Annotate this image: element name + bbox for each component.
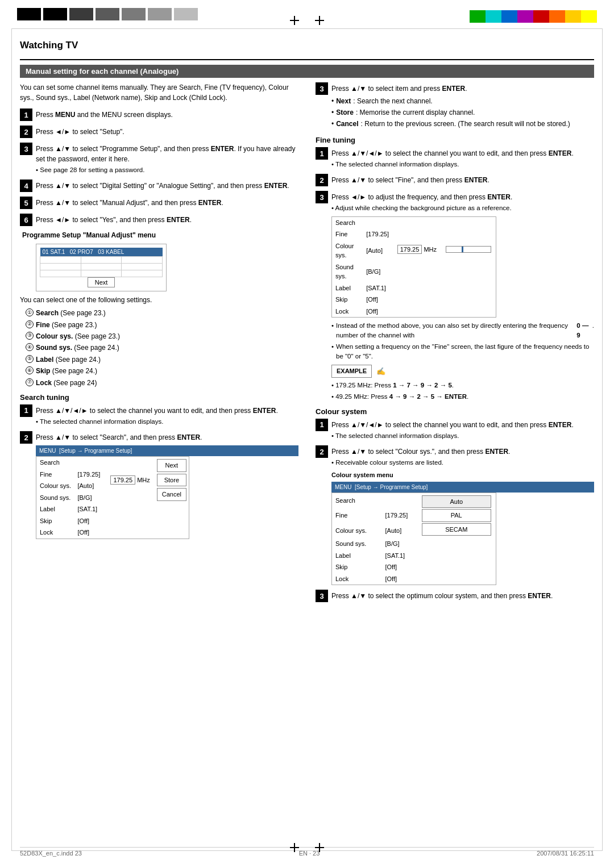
prog-menu-label: Programme Setup "Manual Adjust" menu [22, 231, 298, 239]
search-step-2-content: Press ▲/▼ to select "Search", and then p… [36, 431, 298, 539]
bullet-cancel: Cancel: Return to the previous screen. (… [331, 119, 594, 129]
colour-step-2-number: 2 [316, 445, 328, 458]
fine-notes: Instead of the method above, you can als… [331, 321, 594, 361]
step-4: 4 Press ▲/▼ to select "Digital Setting" … [20, 180, 298, 192]
settings-list: ① Search (See page 23.) ② Fine (See page… [26, 307, 298, 389]
search-menu-container: MENU [Setup → Programme Setup] Search 17… [36, 445, 298, 539]
right-step-3-content: Press ▲/▼ to select item and press ENTER… [331, 82, 594, 131]
example-label: EXAMPLE [331, 365, 372, 378]
two-col-layout: You can set some channel items manually.… [20, 82, 594, 842]
search-step-1-content: Press ▲/▼/◄/► to select the channel you … [36, 404, 298, 427]
crosshair-top [290, 16, 299, 25]
footer-left: 52D83X_en_c.indd 23 [20, 850, 82, 857]
search-step-2-number: 2 [20, 431, 32, 444]
step-2: 2 Press ◄/► to select "Setup". [20, 126, 298, 138]
bullet-next: Next: Search the next channel. [331, 96, 594, 106]
colour-step-1-sub: • The selected channel information displ… [331, 431, 594, 441]
step-5-content: Press ▲/▼ to select "Manual Adjust", and… [36, 197, 298, 208]
colour-menu-header: MENU [Setup → Programme Setup] [331, 482, 594, 493]
search-step-1: 1 Press ▲/▼/◄/► to select the channel yo… [20, 404, 298, 427]
colour-step-1-content: Press ▲/▼/◄/► to select the channel you … [331, 419, 594, 441]
right-step-3: 3 Press ▲/▼ to select item and press ENT… [316, 82, 594, 131]
colour-menu-container: Colour system menu MENU [Setup → Program… [331, 470, 594, 585]
colour-step-2-sub: • Receivable colour systems are listed. [331, 458, 594, 468]
colour-step-3-number: 3 [316, 590, 328, 602]
fine-step-1-sub: • The selected channel information displ… [331, 160, 594, 169]
example-container: EXAMPLE ✍ [331, 365, 594, 378]
prog-menu-screenshot: 01 SAT.1 02 PRO7 03 KABEL Next [36, 244, 167, 291]
you-can-select-text: You can select one of the following sett… [20, 296, 298, 304]
crosshair-bottom-right [315, 843, 324, 852]
search-tuning-heading: Search tuning [20, 393, 298, 402]
list-item-2: ② Fine (See page 23.) [26, 319, 298, 331]
fine-step-2-content: Press ▲/▼ to select "Fine", and then pre… [331, 174, 594, 185]
search-step-1-number: 1 [20, 404, 32, 417]
main-content: Watching TV Manual setting for each chan… [20, 34, 594, 842]
fine-menu-container: Search 179.25 MHz [331, 216, 594, 318]
step-5: 5 Press ▲/▼ to select "Manual Adjust", a… [20, 197, 298, 209]
top-black-bar [17, 8, 198, 20]
step-1-content: Press MENU and the MENU screen displays. [36, 108, 298, 120]
left-column: You can set some channel items manually.… [20, 82, 298, 842]
fine-note-1: Instead of the method above, you can als… [331, 321, 594, 341]
fine-step-2: 2 Press ▲/▼ to select "Fine", and then p… [316, 174, 594, 186]
right-column: 3 Press ▲/▼ to select item and press ENT… [316, 82, 594, 842]
list-item-7: ⑦ Lock (See page 24) [26, 377, 298, 389]
search-menu-header: MENU [Setup → Programme Setup] [36, 445, 298, 456]
step-1-number: 1 [20, 108, 32, 121]
list-item-1: ① Search (See page 23.) [26, 307, 298, 319]
example-icon: ✍ [376, 366, 385, 377]
step-5-number: 5 [20, 197, 32, 209]
step-1: 1 Press MENU and the MENU screen display… [20, 108, 298, 121]
colour-step-2: 2 Press ▲/▼ to select "Colour sys.", and… [316, 445, 594, 585]
step-3-sub: • See page 28 for setting a password. [36, 165, 298, 175]
colour-step-3-content: Press ▲/▼ to select the optimum colour s… [331, 590, 594, 601]
fine-step-1: 1 Press ▲/▼/◄/► to select the channel yo… [316, 147, 594, 169]
example-items: • 179.25 MHz: Press 1 → 7 → 9 → 2 → 5. •… [331, 379, 594, 403]
fine-step-2-number: 2 [316, 174, 328, 186]
fine-step-1-content: Press ▲/▼/◄/► to select the channel you … [331, 147, 594, 169]
title-divider [20, 59, 594, 60]
top-color-bar [470, 10, 597, 23]
intro-text: You can set some channel items manually.… [20, 82, 298, 103]
step-3-content: Press ▲/▼ to select "Programme Setup", a… [36, 143, 298, 175]
fine-step-1-number: 1 [316, 147, 328, 160]
fine-step-3: 3 Press ◄/► to adjust the frequency, and… [316, 191, 594, 403]
colour-menu-title: Colour system menu [331, 470, 594, 480]
step-3: 3 Press ▲/▼ to select "Programme Setup",… [20, 143, 298, 175]
list-item-5: ⑤ Label (See page 24.) [26, 354, 298, 365]
list-item-4: ④ Sound sys. (See page 24.) [26, 342, 298, 353]
step-4-number: 4 [20, 180, 32, 192]
search-step-2: 2 Press ▲/▼ to select "Search", and then… [20, 431, 298, 539]
example-item-1: • 179.25 MHz: Press 1 → 7 → 9 → 2 → 5. [331, 379, 594, 391]
page-title: Watching TV [20, 40, 594, 51]
fine-step-3-number: 3 [316, 191, 328, 203]
fine-tuning-heading: Fine tuning [316, 136, 594, 144]
section-header: Manual setting for each channel (Analogu… [20, 65, 594, 78]
footer-right: 2007/08/31 16:25:11 [537, 850, 594, 857]
colour-step-2-content: Press ▲/▼ to select "Colour sys.", and t… [331, 445, 594, 585]
step-6-content: Press ◄/► to select "Yes", and then pres… [36, 214, 298, 225]
step3-bullets: Next: Search the next channel. Store: Me… [331, 96, 594, 129]
list-item-6: ⑥ Skip (See page 24.) [26, 365, 298, 377]
list-item-3: ③ Colour sys. (See page 23.) [26, 331, 298, 342]
search-step-1-sub: • The selected channel information displ… [36, 417, 298, 427]
right-step-3-number: 3 [316, 82, 328, 95]
step-4-content: Press ▲/▼ to select "Digital Setting" or… [36, 180, 298, 191]
colour-step-1: 1 Press ▲/▼/◄/► to select the channel yo… [316, 419, 594, 441]
colour-step-3: 3 Press ▲/▼ to select the optimum colour… [316, 590, 594, 602]
bullet-store: Store: Memorise the current display chan… [331, 107, 594, 118]
fine-step-3-content: Press ◄/► to adjust the frequency, and t… [331, 191, 594, 403]
colour-system-heading: Colour system [316, 407, 594, 416]
fine-step-3-sub: • Adjust while checking the background p… [331, 203, 594, 213]
step-2-number: 2 [20, 126, 32, 138]
step-6: 6 Press ◄/► to select "Yes", and then pr… [20, 214, 298, 226]
step-2-content: Press ◄/► to select "Setup". [36, 126, 298, 137]
bottom-bar: 52D83X_en_c.indd 23 EN · 23 2007/08/31 1… [20, 847, 594, 857]
step-3-number: 3 [20, 143, 32, 155]
step-6-number: 6 [20, 214, 32, 226]
crosshair-bottom-left [290, 843, 299, 852]
colour-step-1-number: 1 [316, 419, 328, 431]
fine-note-2: When setting a frequency on the "Fine" s… [331, 342, 594, 362]
example-item-2: • 49.25 MHz: Press 4 → 9 → 2 → 5 → ENTER… [331, 391, 594, 403]
